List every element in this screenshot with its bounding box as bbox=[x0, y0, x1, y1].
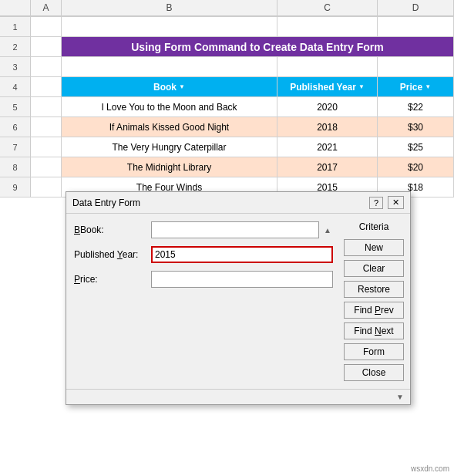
dialog-fields: BBook: ▲ Published Year: Price: bbox=[66, 221, 341, 381]
dialog-close-x-button[interactable]: ✕ bbox=[388, 196, 404, 209]
cell-c5: 2020 bbox=[277, 97, 378, 116]
dialog-titlebar-controls: ? ✕ bbox=[369, 196, 404, 209]
header-book: Book ▼ bbox=[62, 77, 277, 96]
rownum-2: 2 bbox=[0, 37, 31, 56]
scroll-up-arrow[interactable]: ▲ bbox=[322, 224, 333, 236]
cell-d5: $22 bbox=[378, 97, 454, 116]
cell-a4 bbox=[31, 77, 62, 96]
cell-a9 bbox=[31, 177, 62, 197]
header-year-label: Published Year bbox=[290, 82, 356, 93]
filter-arrow-year[interactable]: ▼ bbox=[358, 83, 365, 90]
rownum-6: 6 bbox=[0, 117, 31, 137]
row-1: 1 bbox=[0, 17, 454, 37]
cell-a2 bbox=[31, 37, 62, 56]
rownum-4: 4 bbox=[0, 77, 31, 96]
cell-d8: $20 bbox=[378, 157, 454, 177]
col-header-d: D bbox=[378, 0, 454, 16]
col-header-rownum bbox=[0, 0, 31, 16]
header-price: Price ▼ bbox=[378, 77, 454, 96]
column-headers: A B C D bbox=[0, 0, 454, 17]
data-entry-dialog: Data Entry Form ? ✕ BBook: ▲ Published Y… bbox=[66, 191, 411, 405]
close-button[interactable]: Close bbox=[344, 364, 404, 381]
header-year: Published Year ▼ bbox=[277, 77, 378, 96]
cell-b1 bbox=[62, 17, 277, 36]
price-input[interactable] bbox=[151, 271, 333, 288]
form-row-year: Published Year: bbox=[74, 246, 333, 263]
cell-b3 bbox=[62, 57, 277, 76]
dialog-title: Data Entry Form bbox=[72, 197, 140, 208]
cell-b8: The Midnight Library bbox=[62, 157, 277, 177]
form-row-book: BBook: ▲ bbox=[74, 221, 333, 238]
find-prev-button[interactable]: Find Prev bbox=[344, 302, 404, 319]
filter-arrow-price[interactable]: ▼ bbox=[425, 83, 431, 90]
cell-d6: $30 bbox=[378, 117, 454, 137]
header-book-label: Book bbox=[153, 82, 177, 93]
scroll-down-arrow[interactable]: ▼ bbox=[396, 393, 404, 401]
dialog-help-button[interactable]: ? bbox=[369, 197, 383, 209]
criteria-label: Criteria bbox=[344, 221, 404, 232]
row-2: 2 Using Form Command to Create Data Entr… bbox=[0, 37, 454, 57]
dialog-titlebar: Data Entry Form ? ✕ bbox=[66, 192, 410, 214]
year-input-wrap bbox=[151, 246, 333, 263]
spreadsheet: A B C D 1 2 Using Form Command to Create… bbox=[0, 0, 454, 197]
price-label: Price: bbox=[74, 274, 151, 285]
watermark: wsxdn.com bbox=[411, 464, 449, 473]
cell-c1 bbox=[277, 17, 378, 36]
row-4: 4 Book ▼ Published Year ▼ Price ▼ bbox=[0, 77, 454, 97]
clear-button[interactable]: Clear bbox=[344, 260, 404, 277]
rownum-3: 3 bbox=[0, 57, 31, 76]
table-row: 5 I Love You to the Moon and Back 2020 $… bbox=[0, 97, 454, 117]
dialog-buttons: Criteria New Clear Restore Find Prev Fin… bbox=[341, 221, 410, 381]
cell-c7: 2021 bbox=[277, 137, 378, 157]
table-row: 7 The Very Hungry Caterpillar 2021 $25 bbox=[0, 137, 454, 157]
year-input[interactable] bbox=[151, 246, 333, 263]
header-price-label: Price bbox=[400, 82, 422, 93]
col-header-b: B bbox=[62, 0, 277, 16]
cell-d1 bbox=[378, 17, 454, 36]
col-header-a: A bbox=[31, 0, 62, 16]
book-label: BBook: bbox=[74, 224, 151, 235]
cell-b5: I Love You to the Moon and Back bbox=[62, 97, 277, 116]
row-3: 3 bbox=[0, 57, 454, 77]
rownum-5: 5 bbox=[0, 97, 31, 116]
rownum-1: 1 bbox=[0, 17, 31, 36]
rownum-9: 9 bbox=[0, 177, 31, 197]
table-row: 6 If Animals Kissed Good Night 2018 $30 bbox=[0, 117, 454, 137]
price-input-wrap bbox=[151, 271, 333, 288]
cell-c8: 2017 bbox=[277, 157, 378, 177]
filter-arrow-book[interactable]: ▼ bbox=[179, 83, 185, 90]
cell-c6: 2018 bbox=[277, 117, 378, 137]
cell-b7: The Very Hungry Caterpillar bbox=[62, 137, 277, 157]
new-button[interactable]: New bbox=[344, 239, 404, 256]
cell-a5 bbox=[31, 97, 62, 116]
cell-b6: If Animals Kissed Good Night bbox=[62, 117, 277, 137]
rownum-8: 8 bbox=[0, 157, 31, 177]
cell-a7 bbox=[31, 137, 62, 157]
find-next-button[interactable]: Find Next bbox=[344, 322, 404, 339]
col-header-c: C bbox=[277, 0, 378, 16]
cell-c3 bbox=[277, 57, 378, 76]
cell-d3 bbox=[378, 57, 454, 76]
restore-button[interactable]: Restore bbox=[344, 281, 404, 298]
book-input[interactable] bbox=[151, 221, 319, 238]
cell-a8 bbox=[31, 157, 62, 177]
cell-a3 bbox=[31, 57, 62, 76]
cell-a1 bbox=[31, 17, 62, 36]
form-button[interactable]: Form bbox=[344, 343, 404, 360]
table-row: 8 The Midnight Library 2017 $20 bbox=[0, 157, 454, 177]
year-label: Published Year: bbox=[74, 249, 151, 260]
form-row-price: Price: bbox=[74, 271, 333, 288]
dialog-body: BBook: ▲ Published Year: Price: bbox=[66, 214, 410, 389]
book-input-wrap: ▲ bbox=[151, 221, 333, 238]
cell-d7: $25 bbox=[378, 137, 454, 157]
cell-a6 bbox=[31, 117, 62, 137]
rownum-7: 7 bbox=[0, 137, 31, 157]
spreadsheet-title: Using Form Command to Create Data Entry … bbox=[62, 37, 454, 56]
dialog-footer: ▼ bbox=[66, 389, 410, 404]
